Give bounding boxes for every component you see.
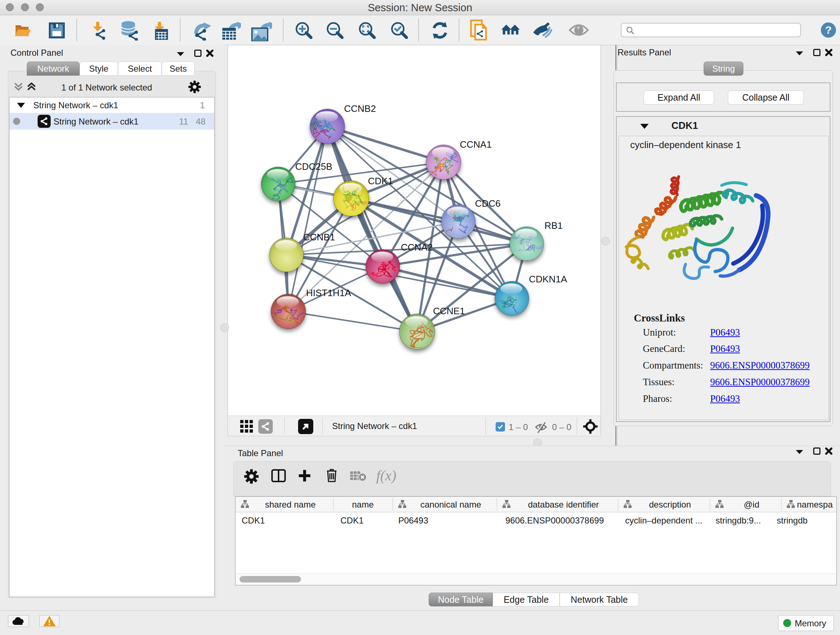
svg-text:CCNA2: CCNA2 — [401, 242, 433, 253]
svg-text:CCNB1: CCNB1 — [303, 232, 335, 242]
svg-text:CDKN1A: CDKN1A — [529, 274, 567, 285]
svg-text:CDC25B: CDC25B — [295, 161, 332, 172]
svg-text:HIST1H1A: HIST1H1A — [306, 287, 351, 298]
svg-text:CDC6: CDC6 — [475, 198, 501, 209]
svg-text:RB1: RB1 — [545, 220, 563, 231]
svg-text:CCNE1: CCNE1 — [433, 306, 465, 317]
svg-text:CDK1: CDK1 — [368, 176, 393, 187]
svg-text:CCNB2: CCNB2 — [344, 103, 376, 114]
svg-text:CCNA1: CCNA1 — [460, 139, 492, 150]
